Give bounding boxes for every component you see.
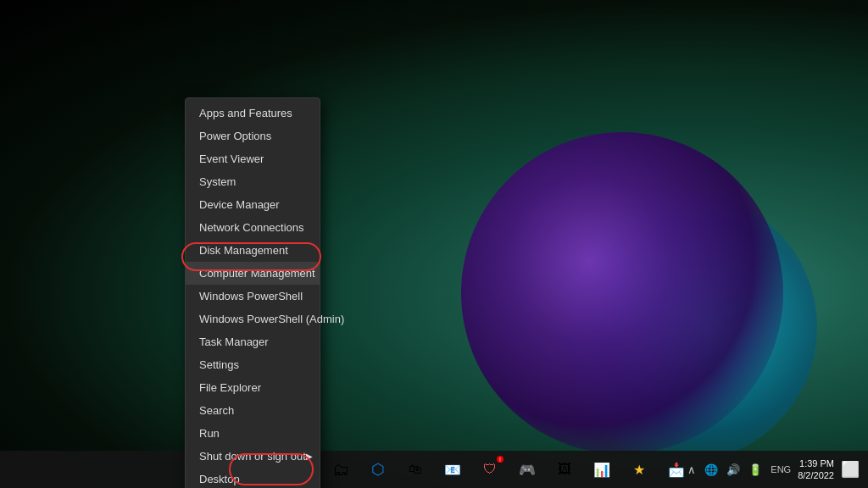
store-icon: 🛍 xyxy=(409,462,422,477)
menu-item-shut-down[interactable]: Shut down or sign out ▶ xyxy=(186,445,320,468)
desktop-background xyxy=(0,0,868,488)
menu-item-network-connections[interactable]: Network Connections xyxy=(186,216,320,239)
taskbar-right: ∧ 🌐 🔊 🔋 ENG 1:39 PM 8/2/2022 ⬜ xyxy=(686,458,861,482)
taskbar-edge-button[interactable]: ⬡ xyxy=(361,452,395,486)
submenu-arrow-icon: ▶ xyxy=(306,452,313,461)
folder-icon: 🗂 xyxy=(332,460,349,480)
tray-battery-icon[interactable]: 🔋 xyxy=(747,463,764,476)
menu-item-power-options[interactable]: Power Options xyxy=(186,125,320,147)
security-badge: ! xyxy=(497,456,504,463)
menu-item-run[interactable]: Run xyxy=(186,422,320,445)
taskbar-excel-button[interactable]: 📊 xyxy=(585,452,619,486)
taskbar-security-button[interactable]: 🛡 ! xyxy=(473,452,507,486)
menu-item-windows-powershell[interactable]: Windows PowerShell xyxy=(186,285,320,308)
edge-icon: ⬡ xyxy=(371,460,385,479)
menu-item-settings[interactable]: Settings xyxy=(186,353,320,376)
photos-icon: 🖼 xyxy=(558,462,571,477)
excel-icon: 📊 xyxy=(593,462,610,478)
outlook-icon: 📩 xyxy=(668,462,685,478)
taskbar-photos-button[interactable]: 🖼 xyxy=(548,452,581,486)
yellow-app-icon: ★ xyxy=(633,462,645,478)
menu-item-system[interactable]: System xyxy=(186,170,320,193)
menu-item-search[interactable]: Search xyxy=(186,399,320,422)
menu-item-device-manager[interactable]: Device Manager xyxy=(186,193,320,216)
menu-item-file-explorer[interactable]: File Explorer xyxy=(186,376,320,399)
menu-item-windows-powershell-admin[interactable]: Windows PowerShell (Admin) xyxy=(186,308,320,330)
menu-item-event-viewer[interactable]: Event Viewer xyxy=(186,147,320,170)
tray-volume-icon[interactable]: 🔊 xyxy=(725,463,742,476)
taskbar: ▦ ❐ 🗂 ⬡ 🛍 📧 🛡 ! 🎮 xyxy=(0,451,868,488)
taskbar-outlook-button[interactable]: 📩 xyxy=(659,452,693,486)
menu-item-desktop[interactable]: Desktop xyxy=(186,468,320,488)
menu-item-disk-management[interactable]: Disk Management xyxy=(186,239,320,262)
taskbar-store-button[interactable]: 🛍 xyxy=(398,452,432,486)
taskbar-yellow-app-button[interactable]: ★ xyxy=(622,452,656,486)
security-icon: 🛡 xyxy=(483,462,497,477)
tray-language-label[interactable]: ENG xyxy=(769,464,793,474)
system-clock[interactable]: 1:39 PM 8/2/2022 xyxy=(798,458,834,482)
taskbar-epic-button[interactable]: 🎮 xyxy=(510,452,544,486)
menu-item-computer-management[interactable]: Computer Management xyxy=(186,262,320,285)
show-desktop-button[interactable]: ⬜ xyxy=(839,460,861,479)
context-menu: Apps and Features Power Options Event Vi… xyxy=(185,97,320,488)
mail-icon: 📧 xyxy=(444,462,461,478)
taskbar-mail-button[interactable]: 📧 xyxy=(436,452,470,486)
taskbar-fileexplorer-button[interactable]: 🗂 xyxy=(324,452,358,486)
epic-icon: 🎮 xyxy=(519,462,536,478)
tray-network-icon[interactable]: 🌐 xyxy=(703,463,720,476)
menu-item-task-manager[interactable]: Task Manager xyxy=(186,330,320,353)
menu-item-apps-features[interactable]: Apps and Features xyxy=(186,102,320,125)
